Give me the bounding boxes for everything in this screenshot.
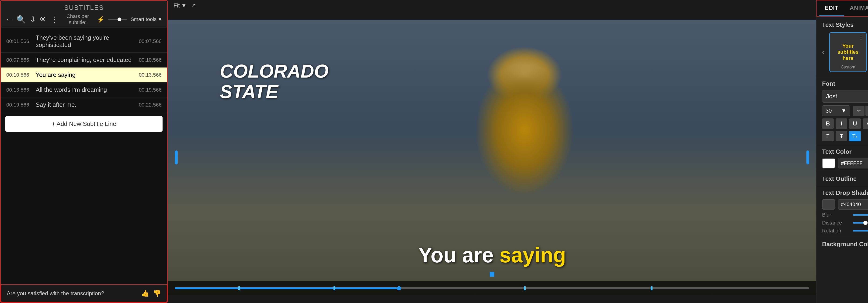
distance-slider-track[interactable] — [853, 222, 868, 224]
time-end: 00:07.566 — [136, 38, 162, 45]
header-tools: ← 🔍 ⇩ 👁 ⋮ Chars per subtitle: ⚡ Smart to… — [5, 13, 162, 25]
subtitle-overlay: You are saying — [418, 243, 566, 267]
background-color-header[interactable]: Background Color ⌄ — [822, 241, 868, 248]
back-icon[interactable]: ← — [5, 15, 13, 24]
more-options-icon[interactable]: ⋮ — [858, 34, 864, 40]
carousel-left-icon[interactable]: ‹ — [822, 48, 824, 56]
blur-slider-track[interactable] — [853, 214, 868, 216]
rotation-slider-row: Rotation 45 Reset — [822, 228, 868, 234]
subtitle-text: They've been saying you're sophisticated — [32, 34, 136, 49]
italic-button[interactable]: I — [836, 118, 847, 129]
transform-row: T T Tₖ — [822, 131, 868, 141]
subtitle-text: Say it after me. — [32, 101, 136, 108]
download-icon[interactable]: ⇩ — [30, 15, 36, 24]
table-row[interactable]: 00:10.566 You are saying 00:13.566 — [1, 67, 167, 82]
font-dropdown[interactable]: Jost ▼ — [822, 90, 868, 103]
video-frame: COLORADOSTATE You are saying — [168, 20, 816, 295]
chars-slider[interactable] — [108, 19, 127, 20]
distance-label: Distance — [822, 220, 850, 226]
uppercase-button[interactable]: AA — [863, 118, 868, 129]
text-color-hex-input[interactable] — [838, 158, 868, 168]
rotation-label: Rotation — [822, 228, 850, 234]
playhead[interactable] — [397, 286, 401, 291]
left-handle[interactable] — [175, 150, 178, 164]
chars-label: Chars per subtitle: — [62, 13, 93, 25]
time-start: 00:13.566 — [6, 87, 32, 93]
strikethrough-button[interactable]: T — [836, 131, 847, 141]
video-background: COLORADOSTATE You are saying — [168, 20, 816, 295]
thumbs-up-icon[interactable]: 👍 — [141, 290, 149, 297]
fit-button[interactable]: Fit ▼ — [174, 2, 187, 9]
lightning-icon: ⚡ — [97, 16, 104, 23]
subtitle-highlight-text: saying — [499, 243, 566, 267]
shadow-color-preview[interactable] — [822, 199, 835, 210]
subscript-button[interactable]: Tₖ — [849, 131, 861, 141]
satisfaction-bar: Are you satisfied with the transcription… — [1, 284, 167, 302]
bold-button[interactable]: B — [822, 118, 834, 129]
font-name: Jost — [826, 93, 837, 100]
font-section-header[interactable]: Font ⌃ — [822, 80, 868, 87]
custom-card-label: Custom — [841, 65, 855, 70]
table-row[interactable]: 00:07.566 They're complaining, over educ… — [1, 53, 167, 67]
align-center-button[interactable]: ⇥ — [865, 106, 868, 116]
text-styles-title: Text Styles — [822, 21, 854, 28]
rotation-slider-track[interactable] — [853, 230, 868, 231]
timeline-track[interactable] — [175, 287, 809, 289]
shadow-color-hex-input[interactable] — [838, 199, 868, 210]
underline-button[interactable]: U — [849, 118, 861, 129]
blur-slider-fill — [853, 214, 868, 216]
subtitle-marker — [334, 286, 335, 291]
tab-edit[interactable]: EDIT — [819, 0, 844, 16]
table-row[interactable]: 00:01.566 They've been saying you're sop… — [1, 30, 167, 53]
style-card-custom[interactable]: ⋮ Yoursubtitleshere Custom — [829, 32, 867, 72]
thumbs-down-icon[interactable]: 👎 — [153, 290, 161, 297]
align-left-button[interactable]: ⇤ — [853, 106, 865, 116]
add-subtitle-button[interactable]: + Add New Subtitle Line — [5, 116, 162, 132]
text-shadow-header[interactable]: Text Drop Shadow ⌃ — [822, 189, 868, 196]
video-area: Fit ▼ ↗ COLORADOSTATE You are saying — [168, 0, 816, 303]
text-shadow-section: Text Drop Shadow ⌃ ✎ Reset Blur 10 Reset — [816, 186, 868, 237]
blur-slider-row: Blur 10 Reset — [822, 212, 868, 218]
distance-slider-row: Distance 0.08 Reset — [822, 220, 868, 226]
more-icon[interactable]: ⋮ — [51, 15, 58, 24]
background-color-section: Background Color ⌄ — [816, 237, 868, 251]
time-start: 00:01.566 — [6, 38, 32, 45]
time-end: 00:10.566 — [136, 57, 162, 63]
text-styles-cards: ‹ ⋮ Yoursubtitleshere Custom ⋮ Yoursubti… — [822, 32, 868, 72]
subtitle-text: They're complaining, over educated — [32, 56, 136, 63]
text-color-section: Text Color ⌃ ✎ — [816, 145, 868, 172]
panel-header: SUBTITLES ← 🔍 ⇩ 👁 ⋮ Chars per subtitle: … — [1, 1, 167, 28]
left-panel: SUBTITLES ← 🔍 ⇩ 👁 ⋮ Chars per subtitle: … — [0, 0, 168, 303]
subtitle-marker — [651, 286, 652, 291]
font-size-value: 30 — [826, 107, 832, 114]
time-start: 00:07.566 — [6, 57, 32, 63]
colorado-state-overlay: COLORADOSTATE — [220, 61, 329, 102]
background-color-label: Background Color — [822, 241, 868, 248]
time-start: 00:19.566 — [6, 102, 32, 108]
subtitle-normal-text: You are — [418, 243, 499, 267]
subtitle-text: You are saying — [32, 71, 136, 79]
table-row[interactable]: 00:13.566 All the words I'm dreaming 00:… — [1, 82, 167, 98]
text-outline-header[interactable]: Text Outline ⌄ — [822, 175, 868, 183]
search-icon[interactable]: 🔍 — [17, 15, 26, 24]
chars-slider-container — [108, 19, 127, 20]
subtitle-list: 00:01.566 They've been saying you're sop… — [1, 28, 167, 284]
chevron-down-icon: ▼ — [181, 2, 187, 9]
resize-button[interactable]: ↗ — [191, 2, 196, 9]
tab-animations[interactable]: ANIMATIONS — [844, 0, 868, 16]
text-color-header[interactable]: Text Color ⌃ — [822, 148, 868, 155]
eye-icon[interactable]: 👁 — [40, 15, 47, 24]
text-transform-button[interactable]: T — [822, 131, 834, 141]
distance-slider-handle[interactable] — [863, 221, 868, 225]
table-row[interactable]: 00:19.566 Say it after me. 00:22.566 — [1, 98, 167, 112]
font-size-dropdown[interactable]: 30 ▼ — [822, 105, 850, 116]
right-handle[interactable] — [806, 150, 809, 164]
smart-tools-button[interactable]: Smart tools ▼ — [131, 16, 162, 22]
video-top-bar: Fit ▼ ↗ — [168, 0, 816, 11]
panel-title: SUBTITLES — [64, 4, 104, 11]
text-shadow-label: Text Drop Shadow — [822, 189, 868, 196]
subtitle-marker — [238, 286, 240, 291]
text-styles-section: Text Styles View All › ‹ ⋮ Yoursubtitles… — [816, 17, 868, 77]
text-color-preview[interactable] — [822, 158, 835, 168]
right-panel-tabs: EDIT ANIMATIONS TRANSITIONS — [816, 0, 868, 17]
